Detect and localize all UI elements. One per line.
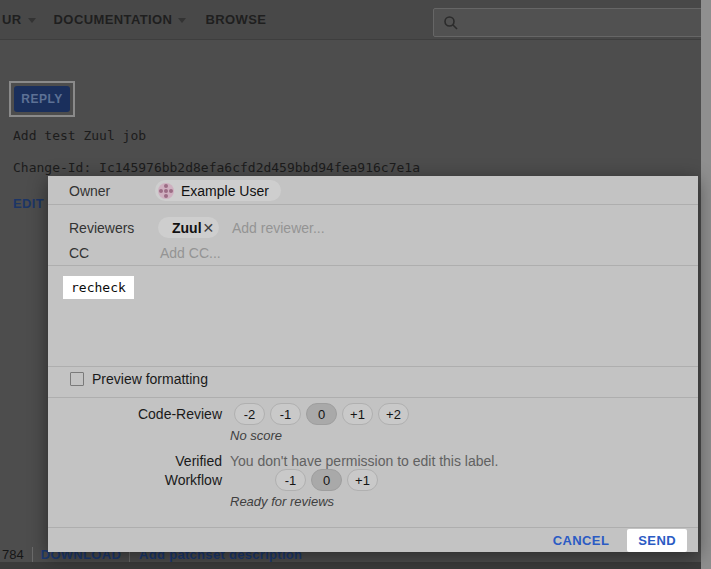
vote-chip-minus1[interactable]: -1	[275, 469, 306, 491]
nav-item-documentation-label: DOCUMENTATION	[54, 12, 173, 27]
nav-item-documentation[interactable]: DOCUMENTATION	[54, 12, 187, 27]
code-review-label: Code-Review	[48, 406, 222, 422]
search-icon	[443, 15, 459, 31]
bottom-edge-strip	[0, 562, 701, 569]
vote-chip-zero-selected[interactable]: 0	[306, 403, 337, 425]
owner-chip-name: Example User	[181, 183, 269, 199]
send-button[interactable]: SEND	[627, 529, 687, 552]
patchset-number: 784	[2, 547, 24, 562]
reply-message-textarea[interactable]: recheck	[63, 276, 134, 299]
divider	[48, 366, 698, 367]
workflow-status: Ready for reviews	[230, 494, 334, 509]
reviewers-label: Reviewers	[69, 220, 134, 236]
avatar-icon	[158, 183, 174, 199]
code-review-status: No score	[230, 428, 282, 443]
code-review-vote-row: -2 -1 0 +1 +2	[234, 403, 409, 425]
workflow-label: Workflow	[48, 472, 222, 488]
chevron-down-icon	[28, 18, 36, 23]
vertical-scrollbar[interactable]	[701, 0, 711, 569]
commit-message-title: Add test Zuul job	[13, 128, 146, 143]
cc-label: CC	[69, 245, 89, 261]
workflow-vote-row: -1 0 +1	[275, 469, 378, 491]
edit-link[interactable]: EDIT	[13, 196, 44, 211]
reply-button-focus-ring: REPLY	[9, 81, 75, 117]
reply-button[interactable]: REPLY	[14, 86, 70, 112]
chevron-down-icon	[178, 18, 186, 23]
preview-formatting-checkbox[interactable]	[70, 372, 84, 386]
nav-item-your[interactable]: UR	[2, 12, 36, 27]
cancel-button[interactable]: CANCEL	[551, 531, 612, 550]
divider	[48, 397, 698, 398]
reviewer-chip-name: Zuul	[172, 220, 202, 236]
vote-chip-minus2[interactable]: -2	[234, 403, 265, 425]
preview-formatting-label: Preview formatting	[92, 371, 208, 387]
vote-chip-plus1[interactable]: +1	[347, 469, 378, 491]
nav-item-browse-label: BROWSE	[205, 12, 266, 27]
nav-item-your-label: UR	[2, 12, 22, 27]
add-reviewer-input[interactable]: Add reviewer...	[232, 220, 325, 236]
search-input[interactable]	[459, 9, 710, 36]
vote-chip-minus1[interactable]: -1	[270, 403, 301, 425]
divider	[48, 265, 698, 266]
reply-dialog: Owner Example User Reviewers Zuul ✕ Add …	[48, 176, 698, 552]
vote-chip-plus1[interactable]: +1	[342, 403, 373, 425]
vote-chip-plus2[interactable]: +2	[378, 403, 409, 425]
vote-chip-zero-selected[interactable]: 0	[311, 469, 342, 491]
divider	[32, 547, 33, 562]
owner-chip: Example User	[155, 180, 281, 201]
search-box[interactable]	[433, 8, 711, 37]
screen: UR DOCUMENTATION BROWSE REPLY Add test Z…	[0, 0, 711, 569]
remove-reviewer-icon[interactable]: ✕	[203, 220, 215, 236]
divider	[48, 204, 698, 205]
dialog-footer: CANCEL SEND	[48, 527, 698, 552]
nav-item-browse[interactable]: BROWSE	[205, 12, 266, 27]
verified-permission-message: You don't have permission to edit this l…	[230, 453, 498, 469]
owner-label: Owner	[69, 183, 110, 199]
add-cc-input[interactable]: Add CC...	[160, 245, 221, 261]
reviewer-chip-zuul: Zuul ✕	[158, 217, 219, 238]
change-id-line: Change-Id: Ic145976bb2d8efa6cfd2d459bbd9…	[13, 160, 420, 175]
verified-label: Verified	[48, 453, 222, 469]
